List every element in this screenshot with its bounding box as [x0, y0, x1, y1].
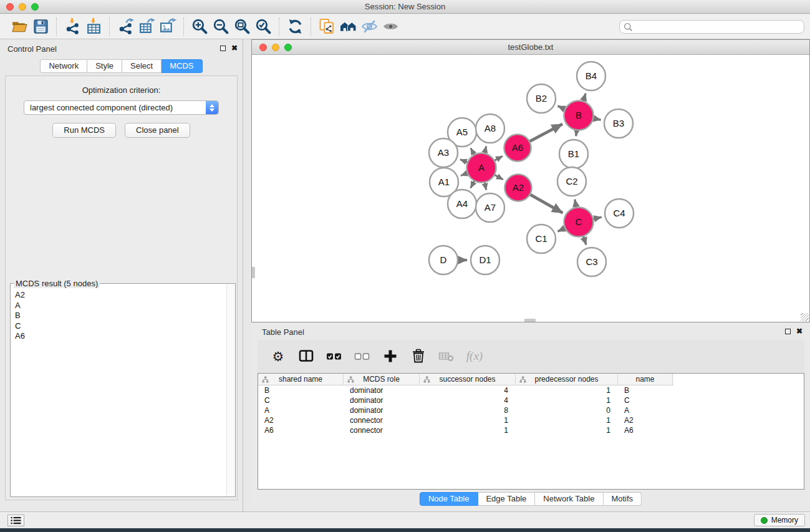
- node-B1[interactable]: B1: [559, 140, 588, 168]
- table-row[interactable]: A2connector11A2: [258, 415, 804, 425]
- svg-text:C4: C4: [613, 208, 625, 218]
- tab-motifs[interactable]: Motifs: [603, 492, 642, 506]
- node-C4[interactable]: C4: [605, 199, 634, 228]
- tab-node-table[interactable]: Node Table: [420, 492, 478, 506]
- column-header-predecessor-nodes[interactable]: predecessor nodes: [516, 374, 618, 385]
- zoom-fit-icon[interactable]: [231, 17, 253, 36]
- mcds-result-item[interactable]: A: [15, 301, 222, 311]
- table-cell: B: [258, 385, 344, 395]
- tab-mcds[interactable]: MCDS: [162, 59, 202, 73]
- run-mcds-button[interactable]: Run MCDS: [52, 123, 116, 138]
- column-header-mcds-role[interactable]: MCDS role: [344, 374, 420, 385]
- table-cell: connector: [344, 425, 420, 435]
- first-neighbors-icon[interactable]: [337, 17, 359, 36]
- horizontal-scroll-thumb[interactable]: [524, 319, 536, 322]
- result-scrollbar[interactable]: [226, 284, 235, 496]
- float-icon[interactable]: [785, 329, 791, 334]
- network-window-titlebar: testGlobe.txt: [252, 40, 809, 55]
- table-cell: 1: [516, 425, 618, 435]
- node-B2[interactable]: B2: [527, 84, 556, 113]
- task-history-button[interactable]: [7, 515, 24, 526]
- table-cell: A: [618, 405, 673, 415]
- mcds-result-item[interactable]: A6: [15, 331, 222, 342]
- settings-gear-icon[interactable]: ⚙: [269, 347, 287, 365]
- svg-text:A: A: [478, 162, 485, 173]
- list-icon: [11, 516, 21, 525]
- table-row[interactable]: A6connector11A6: [258, 425, 804, 435]
- svg-text:A6: A6: [512, 142, 523, 153]
- float-icon[interactable]: [220, 46, 226, 51]
- zoom-in-icon[interactable]: [189, 17, 210, 36]
- svg-text:C2: C2: [566, 176, 577, 186]
- refresh-icon[interactable]: [284, 17, 306, 36]
- mcds-result-item[interactable]: A2: [15, 290, 222, 301]
- column-header-successor-nodes[interactable]: successor nodes: [420, 374, 516, 385]
- node-A8[interactable]: A8: [476, 114, 504, 143]
- add-row-icon[interactable]: [381, 347, 400, 365]
- show-all-icon[interactable]: [380, 17, 401, 36]
- tab-select[interactable]: Select: [122, 59, 162, 73]
- import-table-icon[interactable]: [83, 17, 104, 36]
- export-network-icon[interactable]: [115, 17, 136, 36]
- svg-text:A8: A8: [485, 123, 496, 133]
- node-A4[interactable]: A4: [448, 190, 476, 218]
- node-C3[interactable]: C3: [577, 248, 606, 276]
- export-image-icon[interactable]: [157, 17, 178, 36]
- criterion-dropdown[interactable]: largest connected component (directed): [24, 100, 219, 115]
- node-C[interactable]: C: [564, 208, 594, 237]
- table-cell: 1: [516, 415, 618, 425]
- column-header-shared-name[interactable]: shared name: [258, 374, 344, 385]
- deselect-all-icon[interactable]: [353, 347, 372, 365]
- table-cell: A6: [618, 425, 673, 435]
- save-session-icon[interactable]: [30, 17, 51, 36]
- svg-text:A5: A5: [456, 127, 468, 137]
- toolbar-separator: [279, 17, 279, 36]
- close-icon[interactable]: ✖: [796, 327, 803, 335]
- table-row[interactable]: Bdominator41B: [258, 385, 804, 395]
- open-session-icon[interactable]: [9, 17, 30, 36]
- mcds-result-title: MCDS result (5 nodes): [14, 279, 100, 288]
- export-table-icon[interactable]: [136, 17, 157, 36]
- import-network-icon[interactable]: [62, 17, 83, 36]
- node-C2[interactable]: C2: [557, 167, 586, 196]
- table-cell: connector: [344, 415, 420, 425]
- search-box[interactable]: [619, 20, 804, 34]
- table-toolbar: ⚙f(x): [258, 340, 804, 372]
- node-B3[interactable]: B3: [604, 109, 633, 138]
- close-icon[interactable]: ✖: [231, 44, 238, 52]
- node-D1[interactable]: D1: [471, 246, 499, 274]
- table-row[interactable]: Adominator80A: [258, 405, 804, 415]
- node-A3[interactable]: A3: [429, 138, 458, 167]
- network-canvas[interactable]: B4B2BB3A5A8A6A3B1AA1C2A2A4A7C4CC1C3DD1: [252, 55, 809, 322]
- hide-selected-icon[interactable]: [359, 17, 380, 36]
- split-view-icon[interactable]: [297, 347, 316, 365]
- tab-network-table[interactable]: Network Table: [535, 492, 603, 506]
- memory-button[interactable]: Memory: [754, 514, 805, 526]
- node-B[interactable]: B: [564, 101, 594, 130]
- node-B4[interactable]: B4: [577, 62, 605, 90]
- vertical-scroll-thumb[interactable]: [252, 267, 255, 278]
- node-C1[interactable]: C1: [527, 225, 556, 253]
- node-A[interactable]: A: [467, 153, 496, 183]
- node-A7[interactable]: A7: [476, 193, 504, 222]
- control-panel-title: Control Panel: [7, 44, 57, 54]
- tab-edge-table[interactable]: Edge Table: [478, 492, 535, 506]
- mcds-result-item[interactable]: C: [15, 321, 222, 332]
- select-all-icon[interactable]: [325, 347, 344, 365]
- search-input[interactable]: [633, 21, 804, 32]
- tab-network[interactable]: Network: [40, 59, 87, 73]
- new-network-from-selection-icon[interactable]: [316, 17, 337, 36]
- resize-grip[interactable]: [801, 313, 809, 321]
- table-row[interactable]: Cdominator41C: [258, 395, 804, 405]
- node-A2[interactable]: A2: [505, 175, 532, 201]
- mcds-result-item[interactable]: B: [15, 311, 222, 321]
- tab-style[interactable]: Style: [87, 59, 122, 73]
- column-header-name[interactable]: name: [618, 374, 673, 385]
- node-A6[interactable]: A6: [504, 135, 531, 162]
- node-D[interactable]: D: [429, 246, 458, 274]
- zoom-out-icon[interactable]: [210, 17, 231, 36]
- delete-row-icon[interactable]: [409, 347, 428, 365]
- close-panel-button[interactable]: Close panel: [125, 123, 190, 138]
- svg-text:D: D: [440, 254, 447, 265]
- zoom-selected-icon[interactable]: [253, 17, 274, 36]
